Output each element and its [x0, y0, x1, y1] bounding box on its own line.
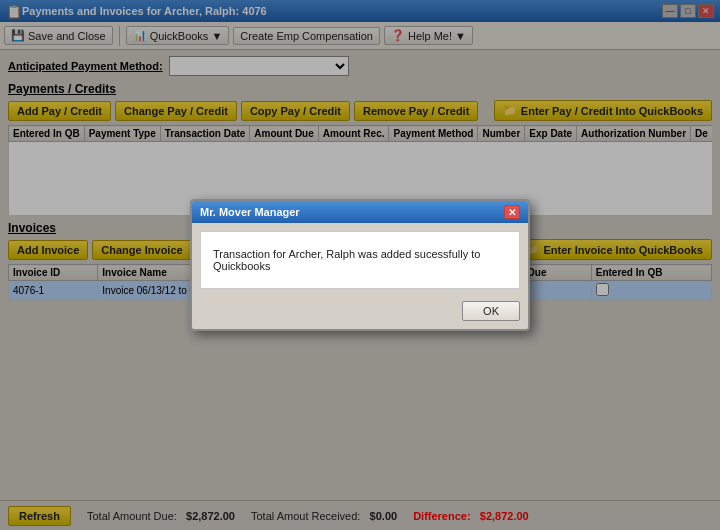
modal-body: Transaction for Archer, Ralph was added …	[200, 231, 520, 289]
modal-footer: OK	[192, 297, 528, 329]
modal-titlebar: Mr. Mover Manager ✕	[192, 201, 528, 223]
modal-close-button[interactable]: ✕	[504, 205, 520, 219]
modal-ok-button[interactable]: OK	[462, 301, 520, 321]
modal-message: Transaction for Archer, Ralph was added …	[213, 248, 480, 272]
modal-title: Mr. Mover Manager	[200, 206, 300, 218]
modal-dialog: Mr. Mover Manager ✕ Transaction for Arch…	[190, 199, 530, 331]
modal-overlay: Mr. Mover Manager ✕ Transaction for Arch…	[0, 0, 720, 530]
